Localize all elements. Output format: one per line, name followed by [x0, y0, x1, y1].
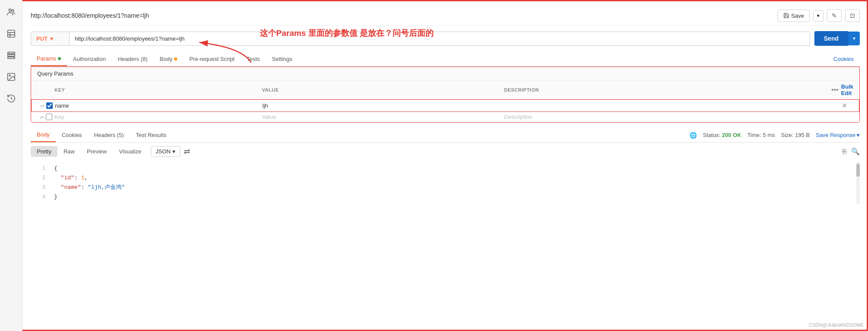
response-tab-testresults-label: Test Results — [136, 132, 166, 138]
code-line-3: 3 "name": "ljh,卢金鸿" — [37, 183, 860, 192]
param-row-1-delete[interactable]: ✕ — [836, 102, 853, 110]
bulk-edit-area: ••• Bulk Edit — [836, 83, 853, 96]
response-tab-headers[interactable]: Headers (5) — [88, 128, 130, 142]
drag-handle-2[interactable]: ⇌ — [40, 114, 44, 120]
line-num-3: 3 — [37, 183, 45, 192]
code-block: 1 { 2 "id": 1, 3 "name": "ljh,卢金鸿" — [31, 162, 860, 204]
code-line-2: 2 "id": 1, — [37, 173, 860, 183]
svg-point-1 — [12, 10, 14, 12]
response-meta: 🌐 Status: 200 OK Time: 5 ms Size: 195 B … — [689, 132, 860, 139]
edit-icon-button[interactable]: ✎ — [827, 9, 842, 22]
code-line-1: 1 { — [37, 164, 860, 173]
method-label: PUT — [36, 35, 48, 42]
params-section-header: Query Params — [31, 67, 859, 81]
format-caret: ▾ — [172, 148, 176, 155]
tab-settings-label: Settings — [272, 56, 292, 62]
sidebar-icon-history[interactable] — [4, 92, 18, 105]
params-dot — [58, 57, 61, 60]
tab-prerequest[interactable]: Pre-request Script — [183, 52, 241, 66]
response-tab-cookies[interactable]: Cookies — [56, 128, 88, 142]
scrollbar-track[interactable] — [856, 162, 860, 204]
response-section: Body Cookies Headers (5) Test Results 🌐 … — [31, 128, 860, 204]
line-content-3: "name": "ljh,卢金鸿" — [54, 183, 125, 192]
param-row-2-description[interactable] — [504, 114, 836, 120]
method-select[interactable]: PUT ▾ — [31, 32, 70, 46]
tab-body-label: Body — [160, 56, 172, 62]
url-bar-row: http://localhost:8080/employees/1?name=l… — [31, 6, 860, 26]
line-content-1: { — [54, 164, 57, 173]
sidebar-icon-users[interactable] — [4, 5, 18, 19]
url-bar-actions: Save ▾ ✎ ⊡ — [778, 9, 860, 22]
tab-body[interactable]: Body — [153, 52, 183, 66]
params-col-headers: KEY VALUE DESCRIPTION ••• Bulk Edit — [31, 81, 859, 99]
save-dropdown-caret[interactable]: ▾ — [813, 10, 823, 22]
col-key-label: KEY — [54, 87, 262, 92]
param-row-1-checkbox[interactable] — [46, 102, 53, 109]
save-label: Save — [791, 13, 804, 19]
svg-point-10 — [9, 75, 10, 76]
response-size-label: Size: 195 B — [781, 132, 810, 138]
body-view-tabs: Pretty Raw Preview Visualize JSON ▾ ⇌ ⎘ … — [31, 143, 860, 160]
view-tab-pretty[interactable]: Pretty — [31, 146, 57, 157]
tab-tests[interactable]: Tests — [241, 52, 266, 66]
sidebar-icon-image[interactable] — [4, 70, 18, 84]
response-tab-body-label: Body — [37, 131, 50, 138]
line-content-2: "id": 1, — [54, 173, 88, 183]
line-content-4: } — [54, 192, 57, 202]
sidebar-icon-layers[interactable] — [4, 48, 18, 62]
scrollbar-thumb[interactable] — [856, 164, 860, 177]
save-response-button[interactable]: Save Response ▾ — [816, 132, 860, 138]
tab-params[interactable]: Params — [31, 52, 67, 66]
response-tabs-row: Body Cookies Headers (5) Test Results 🌐 … — [31, 128, 860, 143]
url-input[interactable] — [70, 32, 810, 46]
tab-authorization[interactable]: Authorization — [67, 52, 112, 66]
response-tab-body[interactable]: Body — [31, 128, 56, 142]
line-num-4: 4 — [37, 192, 45, 202]
line-num-2: 2 — [37, 173, 45, 183]
sidebar-icon-table[interactable] — [4, 27, 18, 41]
param-row-1-key[interactable] — [55, 102, 262, 109]
tab-prerequest-label: Pre-request Script — [189, 56, 235, 62]
bulk-edit-button[interactable]: Bulk Edit — [841, 83, 853, 96]
tab-tests-label: Tests — [247, 56, 260, 62]
svg-rect-2 — [7, 30, 15, 38]
response-status-label: Status: 200 OK — [703, 132, 741, 138]
response-size-value: 195 B — [795, 132, 810, 138]
param-row-2-checkbox[interactable] — [46, 114, 52, 120]
url-display: http://localhost:8080/employees/1?name=l… — [31, 12, 773, 19]
view-tab-preview[interactable]: Preview — [81, 146, 113, 157]
send-dropdown-caret[interactable]: ▾ — [848, 32, 860, 45]
sidebar — [0, 0, 22, 331]
param-row-1-value[interactable] — [262, 102, 504, 109]
format-select[interactable]: JSON ▾ — [151, 146, 180, 157]
col-description-label: DESCRIPTION — [504, 87, 836, 92]
code-line-4: 4 } — [37, 192, 860, 202]
copy-icon[interactable]: ⎘ — [842, 148, 847, 156]
search-icon[interactable]: 🔍 — [851, 147, 860, 156]
body-dot — [174, 57, 177, 60]
line-num-1: 1 — [37, 164, 45, 173]
cookies-link[interactable]: Cookies — [827, 52, 860, 66]
wrap-button[interactable]: ⇌ — [184, 147, 190, 156]
watermark: CSDN@JH&HANDSOME — [809, 322, 864, 328]
view-tab-raw[interactable]: Raw — [57, 146, 81, 157]
doc-icon-button[interactable]: ⊡ — [845, 9, 860, 22]
save-button[interactable]: Save — [778, 10, 810, 22]
param-row-1-description[interactable] — [504, 102, 836, 109]
drag-handle-1[interactable]: ⇌ — [40, 103, 45, 109]
param-row-2-value[interactable] — [262, 114, 504, 120]
param-row-2: ⇌ — [31, 112, 859, 122]
response-tab-testresults[interactable]: Test Results — [130, 128, 172, 142]
send-button[interactable]: Send — [814, 31, 848, 46]
param-row-1: ⇌ ✕ — [31, 99, 859, 112]
tab-headers[interactable]: Headers (8) — [112, 52, 154, 66]
tab-authorization-label: Authorization — [73, 56, 106, 62]
main-content: http://localhost:8080/employees/1?name=l… — [24, 1, 867, 208]
param-row-2-key[interactable] — [54, 114, 262, 120]
view-tab-visualize[interactable]: Visualize — [113, 146, 147, 157]
tab-settings[interactable]: Settings — [266, 52, 298, 66]
bulk-edit-dots[interactable]: ••• — [831, 86, 839, 94]
format-label: JSON — [156, 148, 171, 155]
tab-headers-label: Headers (8) — [118, 56, 148, 62]
tab-params-label: Params — [37, 55, 56, 62]
